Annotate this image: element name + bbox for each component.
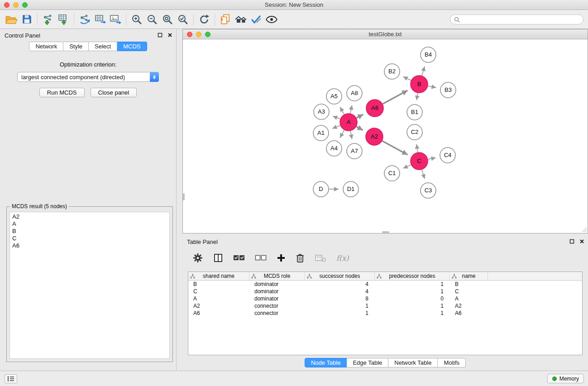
close-panel-button[interactable]: Close panel (91, 88, 137, 97)
mcds-result-item[interactable]: A (12, 220, 167, 228)
node-B[interactable]: B (411, 76, 428, 93)
refresh-button[interactable] (196, 12, 212, 27)
node-C4[interactable]: C4 (440, 148, 455, 163)
node-C3[interactable]: C3 (421, 183, 436, 198)
table-row[interactable]: Bdominator41B (188, 281, 582, 288)
style-check-button[interactable] (249, 12, 264, 27)
resize-grip-icon[interactable] (582, 227, 587, 233)
task-history-button[interactable] (5, 374, 17, 383)
edge-A-A5[interactable] (340, 107, 344, 114)
table-row[interactable]: Cdominator41C (188, 288, 582, 295)
close-window-button[interactable] (4, 2, 10, 8)
delete-column-trash-icon[interactable] (296, 253, 305, 263)
edge-C-C1[interactable] (403, 165, 411, 168)
mcds-result-item[interactable]: C (12, 235, 167, 242)
node-A3[interactable]: A3 (314, 104, 329, 119)
tab-network-table[interactable]: Network Table (388, 358, 438, 367)
select-all-icon[interactable] (233, 254, 245, 262)
close-panel-icon[interactable] (167, 33, 172, 38)
canvas-horizontal-scroll-nub[interactable] (382, 231, 389, 233)
tab-mcds[interactable]: MCDS (117, 42, 147, 51)
save-session-button[interactable] (19, 12, 34, 27)
edge-C-C4[interactable] (428, 158, 436, 160)
edge-A-A6[interactable] (357, 114, 363, 118)
edge-C-C3[interactable] (422, 170, 425, 179)
edge-A-A1[interactable] (332, 125, 340, 129)
show-details-button[interactable] (264, 12, 279, 27)
zoom-window-button[interactable] (22, 2, 28, 8)
edge-A-A8[interactable] (350, 105, 352, 114)
node-A2[interactable]: A2 (366, 128, 383, 145)
node-C1[interactable]: C1 (384, 166, 400, 181)
tab-motifs[interactable]: Motifs (438, 358, 466, 367)
node-D1[interactable]: D1 (343, 181, 359, 197)
network-zoom-button[interactable] (205, 32, 210, 37)
edge-B-B2[interactable] (403, 76, 411, 80)
add-column-icon[interactable] (277, 253, 286, 262)
mcds-result-item[interactable]: A6 (12, 242, 167, 249)
node-B4[interactable]: B4 (421, 47, 436, 62)
table-row[interactable]: A6connector11A6 (188, 310, 582, 317)
node-A5[interactable]: A5 (326, 89, 342, 104)
column-header-name[interactable]: name (450, 272, 488, 280)
column-header-MCDS-role[interactable]: MCDS role (249, 272, 305, 280)
column-header-shared-name[interactable]: shared name (188, 272, 249, 280)
edge-A-A3[interactable] (333, 116, 340, 119)
node-C[interactable]: C (411, 152, 428, 170)
tab-edge-table[interactable]: Edge Table (347, 358, 388, 367)
float-table-panel-icon[interactable] (569, 239, 574, 244)
node-A7[interactable]: A7 (347, 143, 362, 159)
edge-A6-B[interactable] (383, 91, 408, 104)
node-A6[interactable]: A6 (366, 100, 383, 117)
edge-B-B3[interactable] (428, 86, 436, 88)
network-canvas[interactable]: B4B2BB3A5A8A6A3B1AC2A1A2A4A7C4CC1DD1C3 (183, 39, 588, 233)
edge-A-A7[interactable] (350, 131, 352, 139)
node-C2[interactable]: C2 (407, 124, 422, 140)
mcds-result-item[interactable]: A2 (12, 213, 167, 220)
show-columns-icon[interactable] (213, 253, 223, 263)
search-field[interactable] (450, 14, 583, 24)
edge-B-B4[interactable] (422, 67, 425, 76)
network-window-titlebar[interactable]: testGlobe.txt (183, 29, 588, 39)
export-table-button[interactable] (92, 12, 108, 27)
node-A8[interactable]: A8 (347, 86, 362, 101)
edge-A-A2[interactable] (356, 127, 363, 130)
open-session-button[interactable] (4, 12, 19, 27)
node-B2[interactable]: B2 (384, 64, 400, 79)
column-header-successor-nodes[interactable]: successor nodes (305, 272, 375, 280)
search-input[interactable] (462, 16, 579, 23)
network-close-button[interactable] (187, 32, 192, 37)
memory-button[interactable]: Memory (547, 374, 584, 383)
node-B1[interactable]: B1 (407, 105, 422, 120)
mcds-result-item[interactable]: B (12, 228, 167, 235)
close-table-panel-icon[interactable] (579, 239, 584, 244)
import-network-button[interactable] (40, 12, 56, 27)
tab-network[interactable]: Network (29, 42, 63, 51)
tab-node-table[interactable]: Node Table (305, 358, 347, 367)
node-B3[interactable]: B3 (440, 82, 456, 98)
column-header-predecessor-nodes[interactable]: predecessor nodes (375, 272, 450, 280)
node-A1[interactable]: A1 (313, 125, 329, 141)
table-row[interactable]: Adominator80A (188, 295, 582, 302)
node-A[interactable]: A (340, 114, 357, 131)
edge-B-B1[interactable] (416, 93, 418, 100)
zoom-out-button[interactable] (144, 12, 160, 27)
table-row[interactable]: A2connector11A2 (188, 302, 582, 310)
tab-style[interactable]: Style (63, 42, 89, 51)
zoom-in-button[interactable] (129, 12, 144, 27)
network-minimize-button[interactable] (196, 32, 201, 37)
edge-C-C2[interactable] (416, 144, 418, 152)
export-image-button[interactable] (108, 12, 123, 27)
mcds-result-list[interactable]: A2ABCA6 (10, 212, 170, 359)
edge-A2-C[interactable] (382, 141, 408, 155)
export-network-button[interactable] (77, 12, 92, 27)
import-table-button[interactable] (56, 12, 71, 27)
float-panel-icon[interactable] (158, 33, 163, 38)
canvas-vertical-scroll-nub[interactable] (183, 193, 185, 200)
minimize-window-button[interactable] (13, 2, 19, 8)
table-settings-gear-icon[interactable] (192, 253, 203, 263)
edge-A-A4[interactable] (340, 130, 344, 138)
zoom-fit-button[interactable] (160, 12, 175, 27)
tab-select[interactable]: Select (89, 42, 117, 51)
node-A4[interactable]: A4 (326, 141, 342, 156)
